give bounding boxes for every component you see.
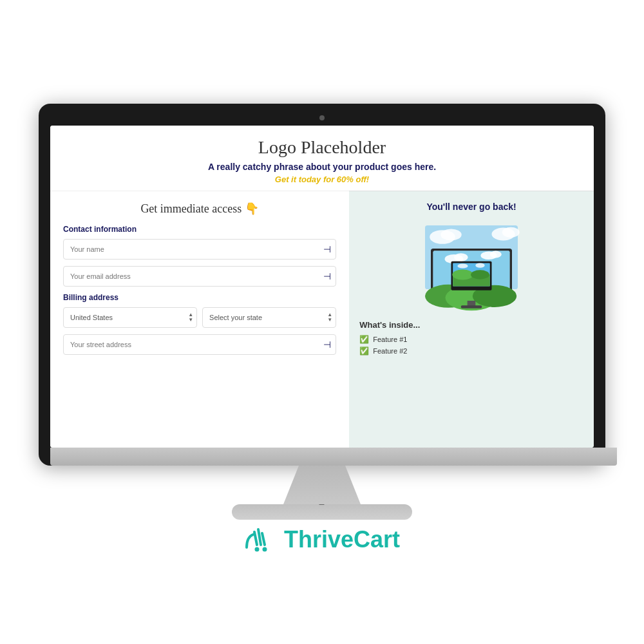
svg-point-23 <box>502 227 520 238</box>
imac-camera <box>319 115 325 120</box>
name-field-wrapper: ⊣ <box>63 239 336 260</box>
state-select-arrows: ▲▼ <box>327 312 332 323</box>
name-input[interactable] <box>63 239 336 260</box>
street-field-icon: ⊣ <box>323 339 331 350</box>
imac-chin <box>50 448 617 466</box>
monitor-svg <box>413 220 529 312</box>
thrivecart-logo-icon <box>244 527 278 553</box>
street-field-wrapper: ⊣ <box>63 334 336 355</box>
state-select-wrapper: Select your state ▲▼ <box>202 307 336 328</box>
page-header: Logo Placeholder A really catchy phrase … <box>50 126 594 191</box>
check-icon-1: ✅ <box>359 335 369 344</box>
country-select[interactable]: United States <box>63 307 197 328</box>
left-panel: Get immediate access 👇 Contact informati… <box>50 191 349 448</box>
email-input[interactable] <box>63 266 336 287</box>
access-heading: Get immediate access 👇 <box>63 202 336 216</box>
name-field-icon: ⊣ <box>323 244 331 254</box>
imac-stand-neck <box>283 466 361 504</box>
feature-item-1: ✅ Feature #1 <box>359 335 583 344</box>
svg-point-15 <box>471 270 489 279</box>
feature-label-1: Feature #1 <box>373 336 407 343</box>
right-panel: You'll never go back! <box>349 191 594 448</box>
offer-text: Get it today for 60% off! <box>57 175 587 184</box>
thrivecart-brand-name: ThriveCart <box>284 526 400 553</box>
country-select-arrows: ▲▼ <box>188 312 193 323</box>
country-select-wrapper: United States ▲▼ <box>63 307 197 328</box>
screen-content: Logo Placeholder A really catchy phrase … <box>50 126 594 448</box>
street-input[interactable] <box>63 334 336 355</box>
imac-screen: Logo Placeholder A really catchy phrase … <box>50 126 594 448</box>
check-icon-2: ✅ <box>359 346 369 355</box>
email-field-icon: ⊣ <box>323 271 331 281</box>
svg-point-16 <box>457 263 468 268</box>
feature-label-2: Feature #2 <box>373 347 407 355</box>
imac-wrapper: Logo Placeholder A really catchy phrase … <box>39 104 605 520</box>
billing-label: Billing address <box>63 293 336 302</box>
svg-point-10 <box>490 251 502 258</box>
state-select[interactable]: Select your state <box>202 307 336 328</box>
imac-camera-bar <box>50 115 594 120</box>
svg-point-21 <box>440 229 461 240</box>
svg-point-17 <box>475 263 484 268</box>
whats-inside-heading: What's inside... <box>359 320 583 330</box>
thrivecart-footer: ThriveCart <box>244 526 400 553</box>
logo-text: Logo Placeholder <box>57 137 587 158</box>
feature-item-2: ✅ Feature #2 <box>359 346 583 355</box>
svg-rect-19 <box>461 305 482 308</box>
address-select-row: United States ▲▼ Select your state <box>63 307 336 328</box>
imac-body: Logo Placeholder A really catchy phrase … <box>39 104 605 466</box>
contact-label: Contact information <box>63 225 336 234</box>
svg-point-26 <box>262 547 267 552</box>
monitor-illustration <box>359 220 583 312</box>
right-title: You'll never go back! <box>359 202 583 212</box>
svg-point-8 <box>454 253 468 261</box>
svg-point-25 <box>254 547 259 552</box>
tagline: A really catchy phrase about your produc… <box>57 162 587 172</box>
email-field-wrapper: ⊣ <box>63 266 336 287</box>
page-body: Get immediate access 👇 Contact informati… <box>50 191 594 448</box>
svg-point-14 <box>452 269 473 279</box>
